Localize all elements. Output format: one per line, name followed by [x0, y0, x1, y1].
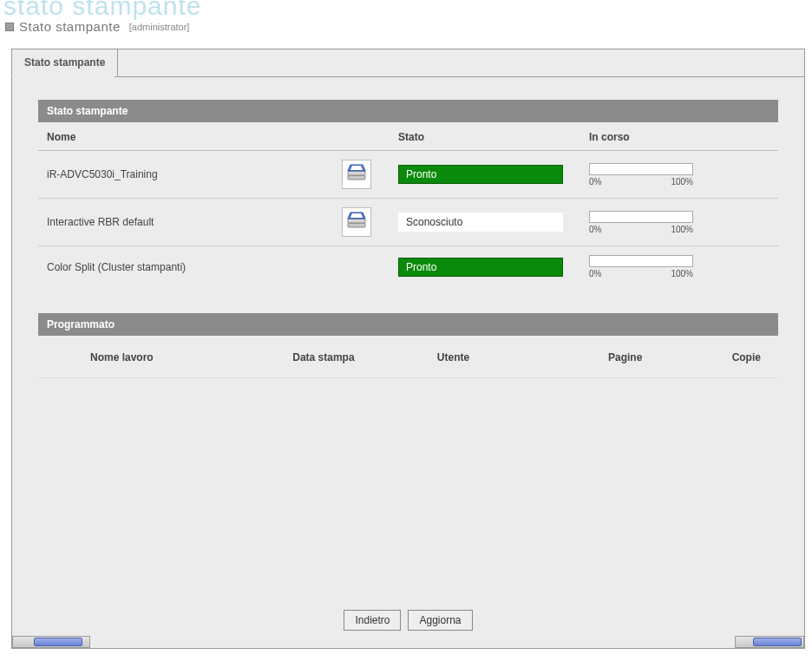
printer-row: iR-ADVC5030i_Training — [38, 151, 778, 199]
page-header: Stato stampante [administrator] — [5, 19, 189, 34]
scrollbar-thumb[interactable] — [34, 638, 82, 646]
svg-marker-3 — [350, 166, 363, 170]
printer-icon — [342, 207, 371, 237]
current-user-label: [administrator] — [129, 22, 190, 32]
tab-strip: Stato stampante — [12, 49, 804, 77]
progress-min: 0% — [589, 269, 601, 278]
printer-status-section: Stato stampante Nome Stato In corso iR-A… — [38, 100, 778, 287]
background-watermark-title: stato stampante — [3, 0, 201, 21]
status-badge: Pronto — [398, 165, 563, 184]
progress-max: 100% — [671, 225, 693, 234]
svg-rect-5 — [348, 219, 365, 223]
progress-max: 100% — [671, 269, 693, 278]
col-data-stampa: Data stampa — [292, 351, 437, 363]
col-in-corso: In corso — [589, 131, 728, 143]
scrollbar-track-left[interactable] — [12, 636, 90, 648]
col-stato: Stato — [398, 131, 589, 143]
progress-min: 0% — [589, 177, 601, 187]
printer-row: Interactive RBR default — [38, 199, 778, 246]
col-utente: Utente — [437, 351, 567, 363]
printer-icon — [342, 160, 371, 189]
printer-name: Interactive RBR default — [47, 216, 342, 228]
scrollbar-thumb[interactable] — [753, 638, 802, 646]
printer-status-columns: Nome Stato In corso — [38, 122, 778, 151]
footer-buttons: Indietro Aggiorna — [12, 610, 804, 631]
col-nome-lavoro: Nome lavoro — [47, 351, 292, 363]
scrollbar-track-right[interactable] — [735, 636, 804, 648]
col-pagine: Pagine — [567, 351, 669, 363]
printer-row: Color Split (Cluster stampanti) Pronto 0… — [38, 246, 778, 287]
svg-rect-0 — [348, 175, 365, 180]
status-badge: Pronto — [398, 258, 563, 277]
scheduled-section: Programmato Nome lavoro Data stampa Uten… — [38, 313, 778, 378]
svg-rect-4 — [348, 223, 365, 227]
refresh-button[interactable]: Aggiorna — [408, 610, 472, 631]
col-copie: Copie — [668, 351, 769, 363]
scheduled-header: Programmato — [38, 313, 778, 336]
progress-indicator: 0% 100% — [589, 211, 693, 234]
back-button[interactable]: Indietro — [344, 610, 401, 631]
col-nome: Nome — [47, 131, 342, 143]
svg-marker-7 — [350, 213, 363, 218]
svg-rect-1 — [348, 171, 365, 175]
progress-indicator: 0% 100% — [589, 163, 693, 187]
printer-name: iR-ADVC5030i_Training — [47, 168, 342, 180]
header-bullet-icon — [5, 23, 14, 31]
progress-min: 0% — [589, 225, 601, 234]
progress-max: 100% — [671, 177, 693, 187]
scheduled-columns: Nome lavoro Data stampa Utente Pagine Co… — [38, 336, 778, 378]
page-title: Stato stampante — [19, 19, 121, 34]
printer-status-header: Stato stampante — [38, 100, 778, 122]
tab-stato-stampante[interactable]: Stato stampante — [11, 49, 118, 76]
status-badge: Sconosciuto — [398, 213, 563, 232]
progress-indicator: 0% 100% — [589, 255, 693, 278]
printer-name: Color Split (Cluster stampanti) — [47, 261, 342, 273]
main-panel: Stato stampante Stato stampante Nome Sta… — [11, 49, 805, 649]
tab-underline — [12, 76, 804, 77]
